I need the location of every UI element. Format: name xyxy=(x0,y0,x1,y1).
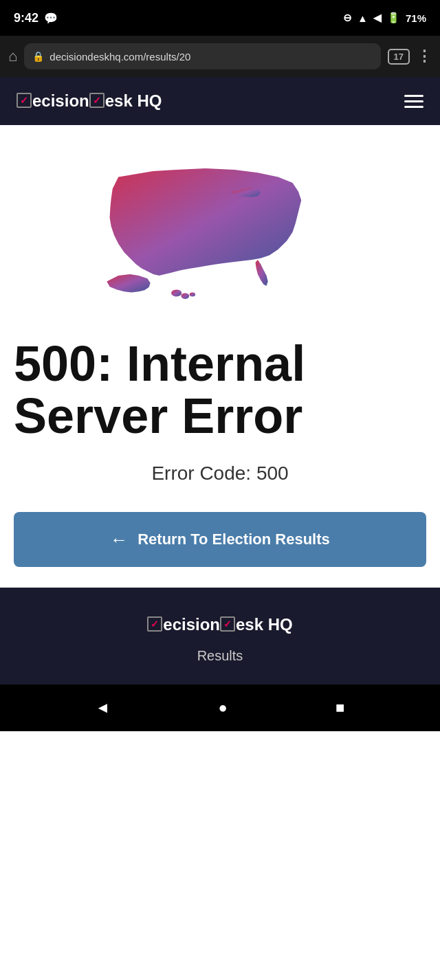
hamburger-line-2 xyxy=(404,100,424,102)
hamburger-line-3 xyxy=(404,106,424,108)
status-bar: 9:42 💬 ⊖ ▲ ◀ 🔋 71% xyxy=(0,0,440,36)
status-left: 9:42 💬 xyxy=(14,11,58,25)
tab-count[interactable]: 17 xyxy=(388,49,410,65)
more-menu-icon[interactable]: ⋮ xyxy=(417,47,432,65)
site-logo[interactable]: ecision esk HQ xyxy=(16,91,162,111)
map-section xyxy=(0,125,440,331)
url-bar[interactable]: 🔒 decisiondeskhq.com/results/20 xyxy=(24,43,380,69)
error-content: 500: Internal Server Error Error Code: 5… xyxy=(0,331,440,588)
logo-text-decision: ecision xyxy=(32,91,89,111)
footer-logo-check-d1 xyxy=(147,616,162,632)
return-button-label: Return To Election Results xyxy=(138,531,330,548)
do-not-disturb-icon: ⊖ xyxy=(343,12,352,24)
svg-point-1 xyxy=(181,293,189,298)
return-to-election-results-button[interactable]: ← Return To Election Results xyxy=(14,512,426,567)
android-recents-button[interactable]: ■ xyxy=(336,699,344,717)
android-back-button[interactable]: ◄ xyxy=(96,699,111,717)
browser-home-icon[interactable]: ⌂ xyxy=(8,47,17,65)
logo-check-d2 xyxy=(89,93,104,108)
battery-icon: 🔋 xyxy=(387,12,400,24)
status-right: ⊖ ▲ ◀ 🔋 71% xyxy=(343,12,426,24)
error-code: Error Code: 500 xyxy=(14,463,426,485)
lock-icon: 🔒 xyxy=(32,51,44,62)
site-header: ecision esk HQ xyxy=(0,77,440,125)
logo-text-desk: esk HQ xyxy=(105,91,162,111)
hamburger-line-1 xyxy=(404,95,424,97)
signal-icon: ◀ xyxy=(373,12,382,24)
error-title-line2: Server Error xyxy=(14,388,302,443)
usa-map xyxy=(89,153,351,318)
error-title-line1: 500: Internal xyxy=(14,336,305,391)
arrow-left-icon: ← xyxy=(110,529,128,550)
android-home-button[interactable]: ● xyxy=(219,699,228,717)
hamburger-menu[interactable] xyxy=(404,95,424,108)
footer-logo-text2: esk HQ xyxy=(236,615,293,634)
footer-logo: ecision esk HQ xyxy=(147,615,292,634)
battery-percent: 71% xyxy=(406,12,426,24)
svg-point-0 xyxy=(171,289,182,296)
footer-logo-check-d2 xyxy=(220,616,235,632)
site-footer: ecision esk HQ Results xyxy=(0,588,440,684)
wifi-icon: ▲ xyxy=(358,12,368,24)
message-icon: 💬 xyxy=(44,12,58,25)
footer-results-link[interactable]: Results xyxy=(197,648,243,664)
error-title: 500: Internal Server Error xyxy=(14,338,426,442)
svg-point-2 xyxy=(190,293,195,297)
browser-bar: ⌂ 🔒 decisiondeskhq.com/results/20 17 ⋮ xyxy=(0,36,440,77)
logo-check-d xyxy=(16,93,32,108)
android-nav-bar: ◄ ● ■ xyxy=(0,684,440,731)
footer-logo-text1: ecision xyxy=(163,615,220,634)
url-text: decisiondeskhq.com/results/20 xyxy=(50,51,190,63)
status-time: 9:42 xyxy=(14,11,38,25)
